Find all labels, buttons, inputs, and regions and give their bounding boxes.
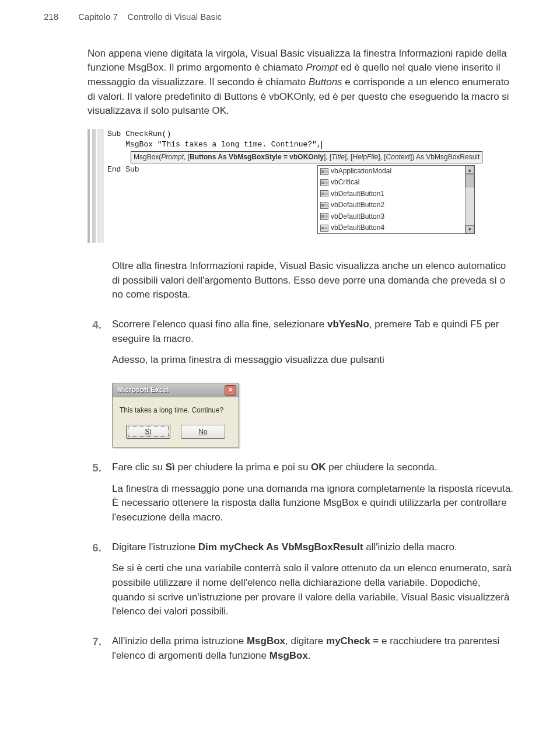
intro-paragraph: Non appena viene digitata la virgola, Vi… (88, 47, 513, 118)
page-number: 218 (44, 12, 58, 22)
step-number: 4. (88, 317, 102, 375)
step-7: 7. All'inizio della prima istruzione Msg… (88, 634, 513, 670)
ok-label: OK (311, 462, 326, 473)
enum-icon: ≡ (320, 179, 328, 186)
scroll-down-icon[interactable]: ▾ (466, 225, 474, 233)
step-5: 5. Fare clic su Sì per chiudere la prima… (88, 460, 513, 532)
step-4-text: Adesso, la prima finestra di messaggio v… (112, 353, 513, 368)
text-cursor (321, 141, 322, 149)
dialog-titlebar: Microsoft Excel × (113, 383, 239, 397)
dropdown-item[interactable]: ≡vbDefaultButton4 (318, 222, 465, 233)
si-label: Sì (166, 462, 175, 473)
editor-margin (97, 129, 104, 243)
step-number: 7. (88, 634, 102, 670)
page-header: 218 Capitolo 7 Controllo di Visual Basic (0, 0, 560, 23)
intellisense-dropdown[interactable]: ≡vbApplicationModal ≡vbCritical ≡vbDefau… (317, 165, 475, 234)
msgbox-kw: MsgBox (270, 650, 308, 661)
chapter-label: Capitolo 7 (78, 12, 118, 22)
code-line-1: Sub CheckRun() (107, 129, 513, 139)
step-4: 4. Scorrere l'elenco quasi fino alla fin… (88, 317, 513, 375)
scrollbar[interactable]: ▴ ▾ (465, 166, 474, 233)
step-number: 5. (88, 460, 102, 532)
arg-buttons: Buttons (309, 76, 342, 88)
dropdown-item[interactable]: ≡vbDefaultButton2 (318, 200, 465, 211)
vbyesno: vbYesNo (327, 319, 369, 330)
enum-icon: ≡ (320, 168, 328, 175)
page-content: Non appena viene digitata la virgola, Vi… (0, 23, 560, 695)
enum-icon: ≡ (320, 202, 328, 209)
dropdown-item[interactable]: ≡vbCritical (318, 177, 465, 188)
dropdown-item[interactable]: ≡vbDefaultButton1 (318, 188, 465, 200)
msgbox-dialog: Microsoft Excel × This takes a long time… (112, 383, 239, 448)
after-code-paragraph: Oltre alla finestra Informazioni rapide,… (112, 259, 513, 302)
arg-prompt: Prompt (306, 62, 338, 73)
dialog-title: Microsoft Excel (117, 385, 225, 395)
step-number: 6. (88, 540, 102, 626)
no-button[interactable]: No (181, 425, 225, 439)
chapter-title: Controllo di Visual Basic (127, 12, 221, 22)
dropdown-item[interactable]: ≡vbApplicationModal (318, 166, 465, 177)
vb-editor-figure: Sub CheckRun() MsgBox "This takes a long… (88, 129, 513, 243)
code-line-2: MsgBox "This takes a long time. Continue… (107, 139, 513, 150)
enum-icon: ≡ (320, 225, 328, 232)
msgbox-kw: MsgBox (247, 635, 285, 646)
yes-button[interactable]: Sì (126, 425, 170, 439)
intellisense-tooltip: MsgBox(Prompt, [Buttons As VbMsgBoxStyle… (131, 151, 482, 163)
dim-statement: Dim myCheck As VbMsgBoxResult (198, 541, 363, 553)
dropdown-item[interactable]: ≡vbDefaultButton3 (318, 211, 465, 222)
dialog-message: This takes a long time. Continue? (113, 397, 239, 419)
dropdown-list: ≡vbApplicationModal ≡vbCritical ≡vbDefau… (318, 166, 465, 233)
close-icon[interactable]: × (225, 385, 236, 396)
list-item: Oltre alla finestra Informazioni rapide,… (88, 259, 513, 309)
step-6-text: Se si è certi che una variabile conterrà… (112, 561, 513, 619)
scroll-track[interactable] (466, 187, 474, 225)
step-5-text: La finestra di messaggio pone una domand… (112, 482, 513, 525)
mycheck-kw: myCheck = (326, 635, 379, 646)
enum-icon: ≡ (320, 190, 328, 197)
step-6: 6. Digitare l'istruzione Dim myCheck As … (88, 540, 513, 626)
scroll-thumb[interactable] (466, 174, 474, 187)
editor-gutter (92, 129, 96, 243)
scroll-up-icon[interactable]: ▴ (466, 166, 474, 174)
enum-icon: ≡ (320, 213, 328, 220)
